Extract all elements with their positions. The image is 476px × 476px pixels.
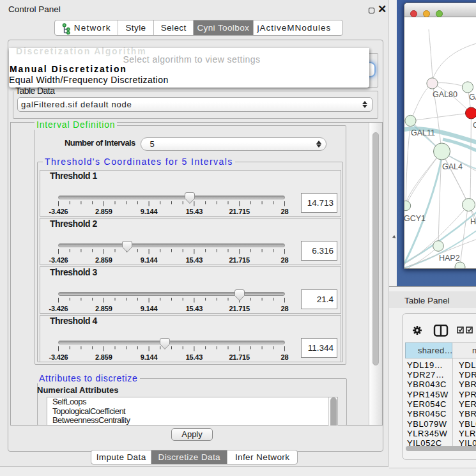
svg-text:GAL4: GAL4 [442,162,463,171]
svg-text:H: H [470,217,476,226]
svg-text:GCY1: GCY1 [404,214,426,223]
svg-text:GA: GA [469,93,476,102]
svg-text:HAP2: HAP2 [439,254,460,263]
svg-text:GAL80: GAL80 [433,90,457,99]
svg-text:C: C [473,121,476,130]
svg-text:GAL11: GAL11 [411,128,435,137]
